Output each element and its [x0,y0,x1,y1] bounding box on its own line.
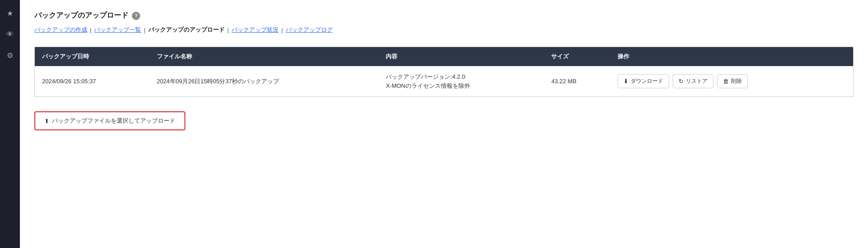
page-title-row: バックアップのアップロード ? [34,11,854,20]
breadcrumb-sep-3: | [227,27,229,33]
help-icon[interactable]: ? [132,12,140,20]
page-title: バックアップのアップロード [34,11,128,20]
delete-button-icon: 🗑 [723,78,729,85]
breadcrumb-link-status[interactable]: バックアップ状況 [231,26,278,34]
delete-button-label: 削除 [731,77,742,85]
download-button[interactable]: ⬇ダウンロード [618,74,669,88]
breadcrumb: バックアップの作成 | バックアップ一覧 | バックアップのアップロード | バ… [34,26,854,34]
breadcrumb-link-create[interactable]: バックアップの作成 [34,26,87,34]
content-line2: X-MONのライセンス情報を除外 [386,82,470,89]
download-button-icon: ⬇ [623,78,628,85]
download-button-label: ダウンロード [631,77,663,85]
col-size: サイズ [544,47,610,66]
breadcrumb-current: バックアップのアップロード [148,26,225,34]
gear-icon[interactable]: ⚙ [5,49,15,62]
content-line1: バックアップバージョン:4.2.0 [386,73,465,80]
upload-button-label: バックアップファイルを選択してアップロード [52,117,175,125]
eye-icon[interactable]: 👁 [5,29,15,40]
col-date: バックアップ日時 [35,47,150,66]
delete-button[interactable]: 🗑削除 [717,74,748,88]
table-header-row: バックアップ日時 ファイル名称 内容 サイズ 操作 [35,47,853,66]
col-filename: ファイル名称 [150,47,379,66]
sidebar: ★ 👁 ⚙ [0,0,20,248]
col-actions: 操作 [610,47,853,66]
restore-button-label: リストア [686,77,708,85]
main-content: バックアップのアップロード ? バックアップの作成 | バックアップ一覧 | バ… [20,0,868,248]
action-buttons: ⬇ダウンロード↻リストア🗑削除 [618,74,846,88]
cell-size: 43.22 MB [544,66,610,96]
table-row: 2024/09/26 15:05:372024年09月26日15時05分37秒の… [35,66,853,96]
backup-table-wrapper: バックアップ日時 ファイル名称 内容 サイズ 操作 2024/09/26 15:… [34,47,854,97]
cell-actions: ⬇ダウンロード↻リストア🗑削除 [610,66,853,96]
star-icon[interactable]: ★ [5,7,15,19]
col-content: 内容 [378,47,544,66]
cell-filename: 2024年09月26日15時05分37秒のバックアップ [150,66,379,96]
restore-button-icon: ↻ [679,78,684,85]
upload-button-wrapper: ⬆ バックアップファイルを選択してアップロード [34,111,854,130]
breadcrumb-sep-2: | [144,27,145,33]
cell-content: バックアップバージョン:4.2.0X-MONのライセンス情報を除外 [378,66,544,96]
breadcrumb-sep-4: | [281,27,283,33]
cell-date: 2024/09/26 15:05:37 [35,66,150,96]
breadcrumb-link-list[interactable]: バックアップ一覧 [94,26,141,34]
backup-table: バックアップ日時 ファイル名称 内容 サイズ 操作 2024/09/26 15:… [35,47,853,96]
restore-button[interactable]: ↻リストア [673,74,713,88]
upload-icon: ⬆ [44,118,49,124]
upload-button[interactable]: ⬆ バックアップファイルを選択してアップロード [34,111,185,130]
breadcrumb-sep-1: | [90,27,91,33]
breadcrumb-link-log[interactable]: バックアップログ [286,26,333,34]
